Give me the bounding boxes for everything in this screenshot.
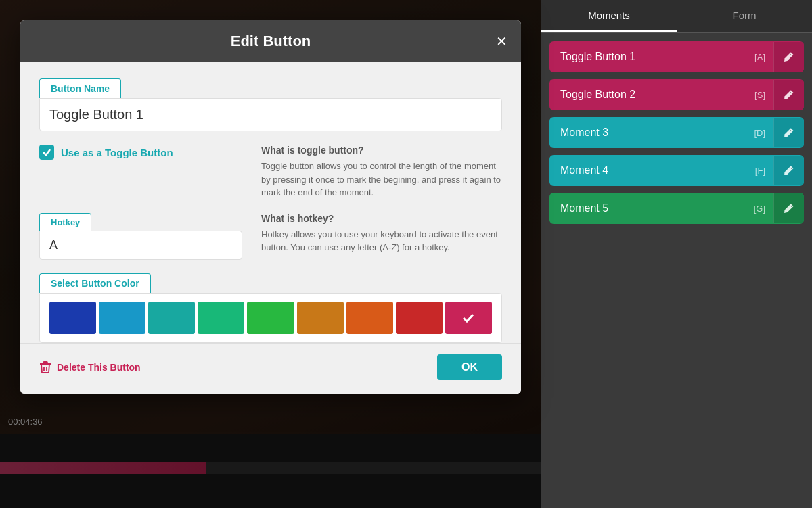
color-swatch[interactable] — [247, 302, 294, 334]
color-tab: Select Button Color — [39, 273, 151, 293]
color-swatch[interactable] — [297, 302, 344, 334]
edit-button-modal: Edit Button ✕ Button Name Use a — [20, 20, 521, 394]
moment-button-label: Toggle Button 2 — [549, 79, 746, 110]
modal-overlay: Edit Button ✕ Button Name Use a — [0, 0, 541, 508]
moment-edit-button[interactable] — [773, 42, 804, 72]
toggle-checkbox-row: Use as a Toggle Button — [39, 145, 242, 160]
sidebar: Moments Form Toggle Button 1[A] Toggle B… — [541, 0, 812, 508]
moment-button[interactable]: Moment 5[G] — [549, 193, 804, 224]
what-is-hotkey-text: Hotkey allows you to use your keyboard t… — [261, 228, 502, 254]
color-swatch[interactable] — [198, 302, 244, 334]
pencil-icon — [784, 165, 794, 176]
pencil-icon — [784, 51, 794, 62]
button-name-section: Button Name — [39, 78, 502, 131]
color-swatch[interactable] — [346, 302, 393, 334]
button-name-input-wrap — [39, 98, 502, 131]
moment-edit-button[interactable] — [773, 193, 804, 223]
moment-button[interactable]: Toggle Button 2[S] — [549, 79, 804, 110]
moment-button-label: Moment 5 — [549, 193, 746, 224]
moment-edit-button[interactable] — [773, 118, 804, 147]
hotkey-input[interactable] — [49, 238, 232, 252]
delete-label: Delete This Button — [57, 362, 141, 373]
button-name-input[interactable] — [49, 107, 492, 122]
color-swatch[interactable] — [99, 302, 145, 334]
hotkey-tab: Hotkey — [39, 213, 91, 231]
moment-edit-button[interactable] — [773, 80, 804, 110]
ok-button[interactable]: OK — [437, 354, 502, 380]
hotkey-input-wrap — [39, 231, 242, 260]
delete-button[interactable]: Delete This Button — [39, 361, 141, 374]
toggle-info-row: Use as a Toggle Button What is toggle bu… — [39, 145, 502, 200]
color-swatch[interactable] — [445, 302, 492, 334]
toggle-left: Use as a Toggle Button — [39, 145, 242, 200]
color-swatch[interactable] — [148, 302, 195, 334]
color-swatches-wrap — [39, 293, 502, 343]
moment-button-key: [D] — [746, 118, 773, 147]
what-is-toggle-title: What is toggle button? — [261, 145, 502, 156]
modal-close-button[interactable]: ✕ — [496, 34, 508, 48]
moment-button-key: [S] — [746, 80, 773, 110]
toggle-info-right: What is toggle button? Toggle button all… — [261, 145, 502, 200]
moment-button[interactable]: Moment 3[D] — [549, 117, 804, 148]
hotkey-left: Hotkey — [39, 213, 242, 260]
moment-button-key: [F] — [747, 156, 773, 185]
hotkey-info-right: What is hotkey? Hotkey allows you to use… — [261, 213, 502, 254]
hotkey-info-row: Hotkey What is hotkey? Hotkey allows you… — [39, 213, 502, 260]
moment-button-key: [G] — [746, 194, 773, 223]
moment-button[interactable]: Toggle Button 1[A] — [549, 41, 804, 72]
trash-icon — [39, 361, 51, 374]
toggle-label[interactable]: Use as a Toggle Button — [61, 147, 173, 158]
modal-footer: Delete This Button OK — [20, 343, 521, 394]
toggle-checkbox[interactable] — [39, 145, 54, 160]
tab-form[interactable]: Form — [677, 0, 812, 32]
button-name-tab: Button Name — [39, 78, 121, 98]
moment-button[interactable]: Moment 4[F] — [549, 155, 804, 186]
modal-header: Edit Button ✕ — [20, 20, 521, 62]
color-swatch[interactable] — [49, 302, 96, 334]
tab-moments[interactable]: Moments — [541, 0, 677, 32]
moment-button-label: Moment 3 — [549, 117, 746, 148]
sidebar-content: Toggle Button 1[A] Toggle Button 2[S] Mo… — [541, 33, 812, 508]
color-section: Select Button Color — [39, 273, 502, 343]
what-is-hotkey-title: What is hotkey? — [261, 213, 502, 224]
moment-button-label: Toggle Button 1 — [549, 41, 746, 72]
what-is-toggle-text: Toggle button allows you to control the … — [261, 160, 502, 200]
moment-button-label: Moment 4 — [549, 155, 747, 186]
sidebar-tabs: Moments Form — [541, 0, 812, 33]
color-swatch[interactable] — [396, 302, 443, 334]
modal-title: Edit Button — [231, 32, 311, 50]
pencil-icon — [784, 89, 794, 100]
moment-button-key: [A] — [746, 43, 773, 72]
pencil-icon — [784, 127, 794, 138]
pencil-icon — [784, 203, 794, 214]
moment-edit-button[interactable] — [773, 156, 804, 185]
modal-body: Button Name Use as a Toggle Button Wh — [20, 62, 521, 343]
